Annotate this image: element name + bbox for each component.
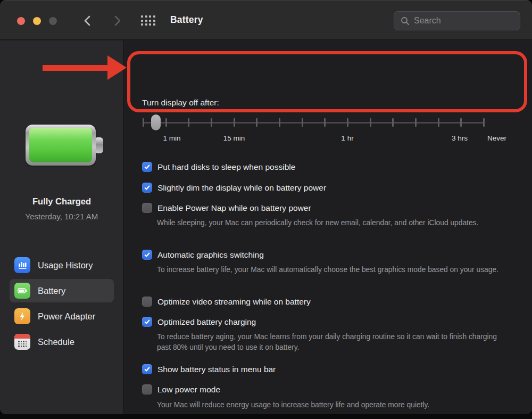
- sidebar: Fully Charged Yesterday, 10:21 AM: [0, 40, 123, 414]
- sidebar-item-power-adapter[interactable]: Power Adapter: [10, 305, 114, 328]
- checkbox-row-dim-display[interactable]: Slightly dim the display while on batter…: [142, 183, 326, 193]
- minimize-window-button[interactable]: [33, 17, 41, 25]
- back-button[interactable]: [81, 14, 94, 27]
- title-bar: Battery Search: [0, 0, 532, 40]
- forward-button[interactable]: [111, 14, 123, 27]
- sidebar-item-label: Power Adapter: [38, 311, 95, 322]
- checkbox-label: Automatic graphics switching: [157, 250, 264, 260]
- checkbox[interactable]: [142, 162, 152, 172]
- setting-description: To increase battery life, your Mac will …: [157, 265, 509, 275]
- tick-label-3hrs: 3 hrs: [452, 134, 468, 142]
- chevron-right-icon: [111, 14, 123, 27]
- setting-description: While sleeping, your Mac can periodicall…: [157, 218, 509, 228]
- zoom-window-button: [49, 17, 57, 25]
- checkbox-row-video-streaming[interactable]: Optimize video streaming while on batter…: [142, 297, 311, 307]
- setting-description: Your Mac will reduce energy usage to inc…: [157, 400, 509, 410]
- search-placeholder: Search: [414, 16, 441, 26]
- checkbox-label: Slightly dim the display while on batter…: [157, 183, 326, 193]
- checkbox-row-power-nap[interactable]: Enable Power Nap while on battery power: [142, 203, 311, 213]
- checkbox-label: Low power mode: [157, 385, 220, 395]
- search-icon: [401, 17, 410, 26]
- slider-thumb[interactable]: [151, 114, 161, 130]
- checkbox[interactable]: [142, 183, 152, 193]
- battery-fill-green: [29, 128, 92, 162]
- search-input[interactable]: Search: [394, 11, 520, 30]
- checkbox[interactable]: [142, 384, 152, 395]
- checkbox-label: Optimized battery charging: [157, 317, 256, 327]
- tick-label-15min: 15 min: [223, 134, 245, 142]
- checkbox-label: Enable Power Nap while on battery power: [157, 203, 311, 213]
- setting-description: To reduce battery aging, your Mac learns…: [157, 332, 509, 352]
- display-off-slider[interactable]: [143, 114, 485, 130]
- battery-settings-pane: Turn display off after: 1 min 15 min 1 h…: [124, 40, 532, 414]
- checkbox-row-low-power-mode[interactable]: Low power mode: [142, 384, 220, 395]
- checkbox[interactable]: [142, 317, 152, 327]
- checkbox[interactable]: [142, 203, 152, 213]
- sidebar-item-usage-history[interactable]: Usage History: [10, 253, 114, 277]
- sidebar-item-label: Usage History: [38, 260, 93, 270]
- checkbox[interactable]: [142, 297, 152, 307]
- show-all-preferences-icon[interactable]: [141, 15, 155, 26]
- sidebar-item-schedule[interactable]: Schedule: [10, 330, 114, 354]
- sidebar-item-label: Battery: [38, 286, 65, 296]
- desktop-background-strip: [0, 414, 532, 419]
- turn-display-off-label: Turn display off after:: [142, 98, 219, 108]
- battery-terminal: [96, 137, 103, 153]
- checkbox-label: Put hard disks to sleep when possible: [157, 162, 295, 172]
- checkbox-row-optimized-charging[interactable]: Optimized battery charging: [142, 317, 256, 327]
- lightning-bolt-icon: [14, 308, 30, 324]
- battery-status-image: [26, 125, 103, 166]
- checkbox-label: Optimize video streaming while on batter…: [157, 297, 311, 307]
- slider-ticks: [143, 118, 485, 127]
- checkbox-row-menu-bar-status[interactable]: Show battery status in menu bar: [142, 364, 276, 374]
- battery-preferences-window: Battery Search Fully Charged Yesterday, …: [0, 0, 532, 414]
- calendar-icon: [14, 334, 30, 350]
- battery-shell: [26, 125, 96, 166]
- checkbox-row-hard-disks[interactable]: Put hard disks to sleep when possible: [142, 162, 295, 172]
- tick-label-never: Never: [487, 134, 506, 142]
- battery-icon: [14, 283, 30, 299]
- sidebar-item-battery[interactable]: Battery: [10, 279, 114, 302]
- tick-label-1hr: 1 hr: [341, 134, 353, 142]
- checkbox[interactable]: [142, 364, 152, 374]
- usage-history-icon: [14, 257, 30, 273]
- checkbox-row-graphics-switching[interactable]: Automatic graphics switching: [142, 250, 264, 260]
- battery-status-text: Fully Charged: [0, 196, 123, 207]
- tick-label-1min: 1 min: [163, 134, 180, 142]
- checkbox[interactable]: [142, 250, 152, 260]
- close-window-button[interactable]: [17, 17, 25, 25]
- sidebar-item-label: Schedule: [38, 337, 74, 347]
- page-title: Battery: [170, 0, 203, 40]
- checkbox-label: Show battery status in menu bar: [157, 365, 276, 374]
- battery-status-time: Yesterday, 10:21 AM: [0, 212, 123, 221]
- chevron-left-icon: [81, 14, 94, 27]
